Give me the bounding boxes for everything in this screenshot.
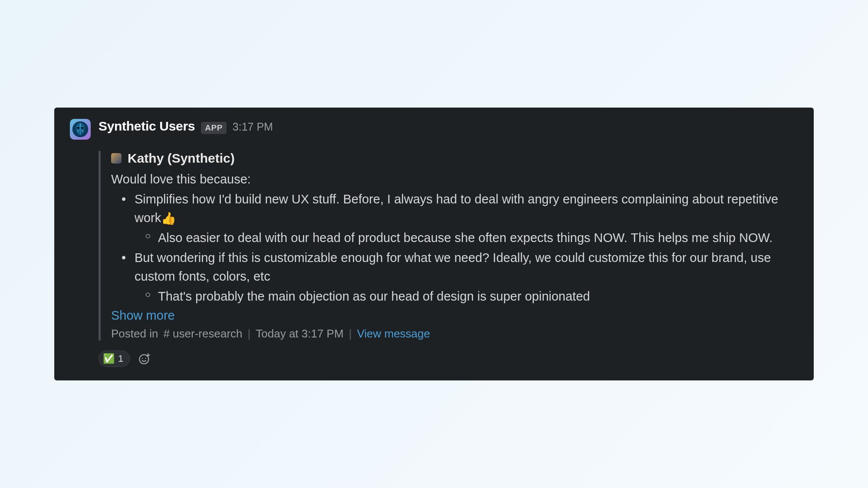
add-emoji-icon [138, 353, 151, 365]
svg-point-10 [142, 358, 143, 359]
separator: | [248, 327, 251, 341]
channel-link[interactable]: # user-research [163, 327, 242, 341]
separator: | [349, 327, 352, 341]
bullet-text: Simplifies how I'd build new UX stuff. B… [135, 192, 778, 225]
quoted-author-row: Kathy (Synthetic) [111, 151, 798, 166]
list-item: But wondering if this is customizable en… [122, 249, 798, 306]
sub-bullet-list: That's probably the main objection as ou… [135, 287, 798, 306]
header-meta: Synthetic Users APP 3:17 PM [99, 119, 273, 134]
app-avatar[interactable] [70, 119, 91, 140]
thumbs-up-icon: 👍 [161, 212, 176, 225]
quote-footer: Posted in # user-research | Today at 3:1… [111, 327, 798, 341]
svg-point-11 [145, 358, 146, 359]
reaction-count: 1 [118, 353, 123, 364]
app-name[interactable]: Synthetic Users [99, 119, 195, 134]
check-mark-icon: ✅ [103, 354, 115, 364]
bullet-list: Simplifies how I'd build new UX stuff. B… [111, 190, 798, 306]
sub-bullet-text: Also easier to deal with our head of pro… [158, 231, 773, 245]
posted-in-prefix: Posted in [111, 327, 158, 341]
list-item: Simplifies how I'd build new UX stuff. B… [122, 190, 798, 248]
quoted-author-name[interactable]: Kathy (Synthetic) [128, 151, 235, 166]
posted-when: Today at 3:17 PM [256, 327, 343, 341]
list-item: Also easier to deal with our head of pro… [145, 229, 798, 248]
svg-point-1 [77, 127, 79, 129]
reactions-row: ✅ 1 [99, 350, 798, 367]
add-reaction-button[interactable] [136, 350, 153, 367]
channel-name: user-research [173, 327, 242, 340]
svg-point-6 [80, 124, 81, 125]
hash-icon: # [163, 327, 169, 340]
quote-intro-text: Would love this because: [111, 170, 798, 188]
svg-point-7 [78, 131, 79, 132]
svg-point-9 [140, 355, 149, 364]
list-item: That's probably the main objection as ou… [145, 287, 798, 306]
view-message-link[interactable]: View message [357, 327, 430, 341]
slack-message-card: Synthetic Users APP 3:17 PM Kathy (Synth… [54, 108, 814, 381]
svg-point-2 [82, 127, 84, 129]
app-badge: APP [201, 122, 227, 134]
message-timestamp[interactable]: 3:17 PM [233, 121, 273, 133]
svg-point-8 [82, 131, 83, 132]
sub-bullet-text: That's probably the main objection as ou… [158, 289, 590, 303]
bullet-text: But wondering if this is customizable en… [135, 251, 771, 284]
ai-face-icon [72, 121, 89, 138]
quoted-author-avatar[interactable] [111, 153, 122, 164]
quoted-message: Kathy (Synthetic) Would love this becaus… [99, 151, 798, 341]
message-header: Synthetic Users APP 3:17 PM [70, 119, 798, 140]
sub-bullet-list: Also easier to deal with our head of pro… [135, 229, 798, 248]
show-more-link[interactable]: Show more [111, 308, 175, 323]
reaction-pill[interactable]: ✅ 1 [99, 350, 130, 367]
